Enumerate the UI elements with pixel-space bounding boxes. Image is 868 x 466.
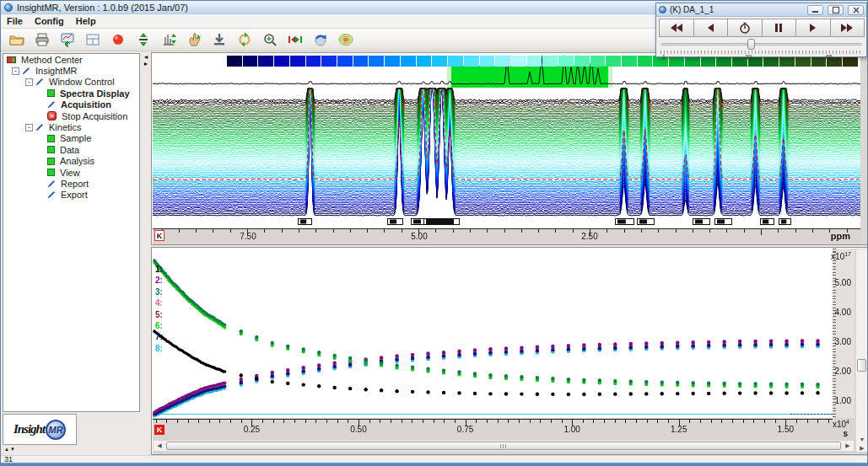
green-icon (47, 158, 55, 165)
set-baseline-icon[interactable] (211, 31, 228, 48)
tree-item-acquisition[interactable]: Acquisition (3, 99, 139, 110)
logo-mr-badge: MR (46, 420, 66, 440)
maximize-button[interactable] (828, 5, 844, 15)
timer-button[interactable] (727, 19, 763, 37)
tree-item-window-control[interactable]: -Window Control (3, 77, 139, 88)
tree-item-spectra-display[interactable]: Spectra Display (3, 88, 139, 99)
player-icon (659, 6, 666, 13)
grab-shift-icon[interactable] (186, 31, 202, 48)
tree-item-report[interactable]: Report (3, 178, 139, 189)
export-display-icon[interactable] (59, 31, 76, 48)
kinetics-plot-area[interactable]: 1:2:3:4:5:6:7:8: (153, 249, 833, 418)
color-scale-cell (495, 56, 510, 67)
ppm-tick-label: 2.50 (571, 232, 608, 241)
tree-item-kinetics[interactable]: -Kinetics (3, 121, 139, 132)
menu-file[interactable]: File (1, 15, 29, 27)
window-title: InsightMR, Version : 1.0.b9 (2015 Jan/07… (17, 3, 188, 13)
tree-item-stop-acquisition[interactable]: ×Stop Acquisition (3, 110, 139, 121)
tab-scroll-arrows-icon[interactable]: ▲▼ (4, 447, 16, 452)
spectra-plot-area[interactable] (153, 54, 860, 228)
record-acquisition-icon[interactable] (110, 31, 127, 48)
kinetics-v-scrollbar[interactable]: ▼ ▶ (855, 249, 868, 453)
tree-item-sample[interactable]: Sample (3, 133, 139, 144)
splitter-collapse-icon[interactable]: ◄► (142, 54, 150, 71)
color-scale-cell (337, 56, 353, 67)
tree-expander-icon[interactable]: - (25, 78, 33, 86)
color-scale-cell (464, 56, 479, 67)
scroll-down-icon[interactable]: ▼ (858, 437, 866, 442)
spectra-display-panel: 7.50 5.00 2.50 ppm K (151, 52, 868, 245)
slider-track[interactable] (660, 43, 862, 46)
scroll-right-small-icon[interactable]: ▶ (858, 445, 866, 452)
color-scale-cell (353, 56, 369, 67)
undo-arrow-icon[interactable] (312, 31, 329, 48)
tree-item-label: Sample (58, 133, 93, 143)
pen-icon (47, 179, 56, 188)
tree-item-label: Kinetics (47, 122, 84, 132)
menu-config[interactable]: Config (29, 15, 70, 27)
insightmr-window: InsightMR, Version : 1.0.b9 (2015 Jan/07… (0, 0, 868, 466)
color-scale-cell (369, 56, 384, 67)
replay-loop-icon[interactable] (236, 31, 253, 48)
player-titlebar[interactable]: (K) DA_1_1 (656, 3, 866, 17)
tree-item-method-center[interactable]: Method Center (3, 54, 139, 65)
kinetics-canvas[interactable] (153, 249, 833, 418)
menu-help[interactable]: Help (70, 15, 102, 27)
color-scale-cell (638, 56, 653, 67)
slider-label-min: 1 (662, 54, 666, 60)
time-tick-label: 1.50 (767, 425, 804, 434)
skip-to-end-button[interactable] (830, 19, 865, 37)
minimize-button[interactable] (807, 5, 823, 15)
tree-item-label: Export (59, 190, 89, 200)
green-icon (47, 146, 55, 153)
play-button[interactable] (795, 19, 831, 37)
h-scroll-thumb[interactable] (166, 442, 841, 450)
fit-vertical-scale-icon[interactable] (135, 31, 152, 48)
intensity-tick-label: 4.00 (835, 308, 851, 317)
v-scroll-thumb[interactable] (857, 359, 866, 372)
open-folder-icon[interactable] (8, 31, 25, 48)
spectra-k-badge[interactable]: K (154, 230, 164, 241)
tree-item-label: Report (59, 179, 90, 189)
time-tick-label: 0.50 (340, 425, 377, 434)
tree-expander-icon[interactable]: - (12, 67, 19, 75)
logo-text: Insight (13, 422, 45, 437)
spectra-canvas[interactable] (153, 54, 860, 228)
insightmr-logo-tab[interactable]: Insight MR (3, 414, 77, 445)
tree-item-view[interactable]: View (3, 167, 139, 178)
kinetics-h-scrollbar[interactable]: ◀ ▶ (153, 440, 855, 452)
pause-button[interactable] (762, 19, 797, 37)
close-button[interactable] (848, 5, 864, 15)
zoom-reset-icon[interactable] (261, 31, 278, 48)
tree-item-insightmr[interactable]: -InsightMR (3, 65, 139, 76)
x-unit-label: s (843, 429, 848, 438)
intensity-tick-label: 5.00 (835, 278, 851, 287)
color-scale-cell (622, 56, 637, 67)
tree-item-data[interactable]: Data (3, 144, 139, 155)
contour-levels-icon[interactable] (337, 31, 354, 48)
tree-item-analysis[interactable]: Analysis (3, 156, 139, 167)
tree-item-export[interactable]: Export (3, 190, 139, 201)
pen-icon (35, 78, 44, 86)
scroll-left-icon[interactable]: ◀ (154, 442, 165, 449)
kinetics-k-badge[interactable]: K (154, 425, 164, 435)
x-scale-label: x104 (833, 419, 849, 429)
window-layout-icon[interactable] (84, 31, 101, 48)
print-icon[interactable] (34, 31, 51, 48)
intensity-tick-label: 1.00 (835, 396, 851, 405)
slider-thumb[interactable] (747, 39, 755, 50)
tree-expander-icon[interactable]: - (25, 124, 33, 131)
color-scale-cell (321, 56, 337, 67)
legend-entry: 4: (155, 297, 163, 308)
color-scale-cell (542, 56, 558, 67)
slider-labels: 1 33 65 (660, 54, 862, 61)
step-first-last-icon[interactable] (287, 31, 304, 48)
player-window[interactable]: (K) DA_1_1 1 33 65 (655, 3, 867, 57)
tree-item-label: Spectra Display (58, 88, 132, 99)
legend-entry: 5: (155, 309, 163, 320)
legend-entry: 8: (155, 343, 163, 354)
scale-peaks-icon[interactable] (160, 31, 177, 48)
step-back-button[interactable] (693, 19, 729, 37)
skip-to-start-button[interactable] (659, 19, 694, 37)
scroll-right-icon[interactable]: ▶ (842, 442, 854, 449)
